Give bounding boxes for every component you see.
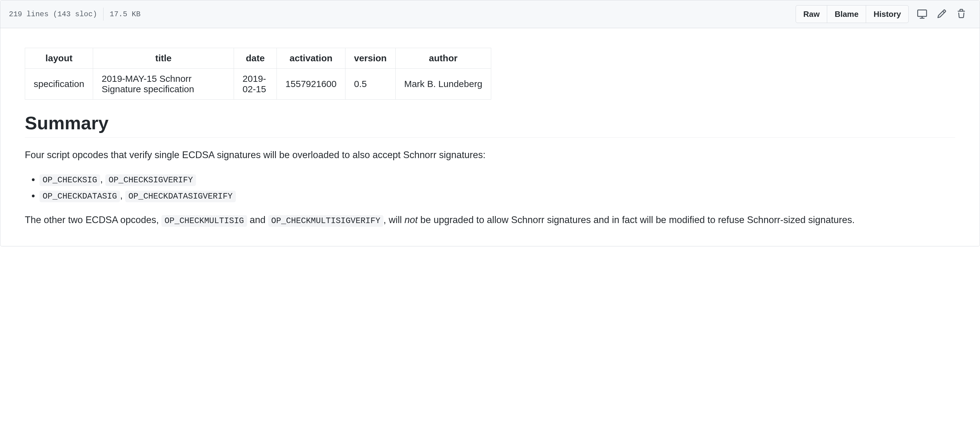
header-version: version bbox=[345, 48, 395, 69]
text: and bbox=[247, 215, 268, 225]
emphasis: not bbox=[404, 215, 418, 225]
history-button[interactable]: History bbox=[866, 5, 908, 23]
frontmatter-table: layout title date activation version aut… bbox=[25, 48, 491, 100]
trash-icon bbox=[956, 9, 966, 20]
file-info: 219 lines (143 sloc) 17.5 KB bbox=[9, 8, 140, 21]
summary-intro: Four script opcodes that verify single E… bbox=[25, 147, 955, 163]
cell-layout: specification bbox=[25, 69, 93, 100]
opcode-list: OP_CHECKSIG, OP_CHECKSIGVERIFY OP_CHECKD… bbox=[25, 171, 955, 204]
code-opcode: OP_CHECKSIGVERIFY bbox=[105, 174, 196, 186]
header-activation: activation bbox=[277, 48, 345, 69]
file-header: 219 lines (143 sloc) 17.5 KB Raw Blame H… bbox=[0, 0, 980, 28]
code-opcode: OP_CHECKMULTISIG bbox=[161, 215, 247, 227]
desktop-button[interactable] bbox=[912, 6, 932, 22]
markdown-body: layout title date activation version aut… bbox=[0, 28, 980, 246]
pencil-icon bbox=[937, 9, 947, 20]
line-count: 219 lines (143 sloc) bbox=[9, 10, 97, 18]
blame-button[interactable]: Blame bbox=[827, 5, 866, 23]
list-item: OP_CHECKSIG, OP_CHECKSIGVERIFY bbox=[40, 171, 955, 188]
text: be upgraded to allow Schnorr signatures … bbox=[418, 215, 855, 225]
cell-title: 2019-MAY-15 Schnorr Signature specificat… bbox=[93, 69, 234, 100]
header-layout: layout bbox=[25, 48, 93, 69]
edit-button[interactable] bbox=[932, 6, 951, 22]
section-heading-summary: Summary bbox=[25, 112, 955, 137]
code-opcode: OP_CHECKSIG bbox=[40, 174, 100, 186]
header-date: date bbox=[234, 48, 277, 69]
file-info-divider bbox=[103, 8, 103, 21]
button-group: Raw Blame History bbox=[795, 5, 908, 23]
desktop-icon bbox=[917, 9, 927, 20]
text: The other two ECDSA opcodes, bbox=[25, 215, 161, 225]
code-opcode: OP_CHECKMULTISIGVERIFY bbox=[268, 215, 383, 227]
cell-author: Mark B. Lundeberg bbox=[395, 69, 491, 100]
cell-activation: 1557921600 bbox=[277, 69, 345, 100]
cell-date: 2019-02-15 bbox=[234, 69, 277, 100]
raw-button[interactable]: Raw bbox=[795, 5, 827, 23]
table-row: specification 2019-MAY-15 Schnorr Signat… bbox=[25, 69, 491, 100]
code-opcode: OP_CHECKDATASIGVERIFY bbox=[125, 191, 235, 202]
delete-button[interactable] bbox=[951, 6, 971, 22]
file-actions: Raw Blame History bbox=[795, 5, 971, 23]
separator: , bbox=[120, 190, 125, 201]
separator: , bbox=[100, 174, 105, 185]
table-header-row: layout title date activation version aut… bbox=[25, 48, 491, 69]
header-author: author bbox=[395, 48, 491, 69]
cell-version: 0.5 bbox=[345, 69, 395, 100]
text: , will bbox=[383, 215, 404, 225]
file-box: 219 lines (143 sloc) 17.5 KB Raw Blame H… bbox=[0, 0, 980, 246]
code-opcode: OP_CHECKDATASIG bbox=[40, 191, 120, 202]
summary-paragraph-2: The other two ECDSA opcodes, OP_CHECKMUL… bbox=[25, 212, 955, 228]
list-item: OP_CHECKDATASIG, OP_CHECKDATASIGVERIFY bbox=[40, 188, 955, 204]
header-title: title bbox=[93, 48, 234, 69]
file-size: 17.5 KB bbox=[110, 10, 140, 18]
